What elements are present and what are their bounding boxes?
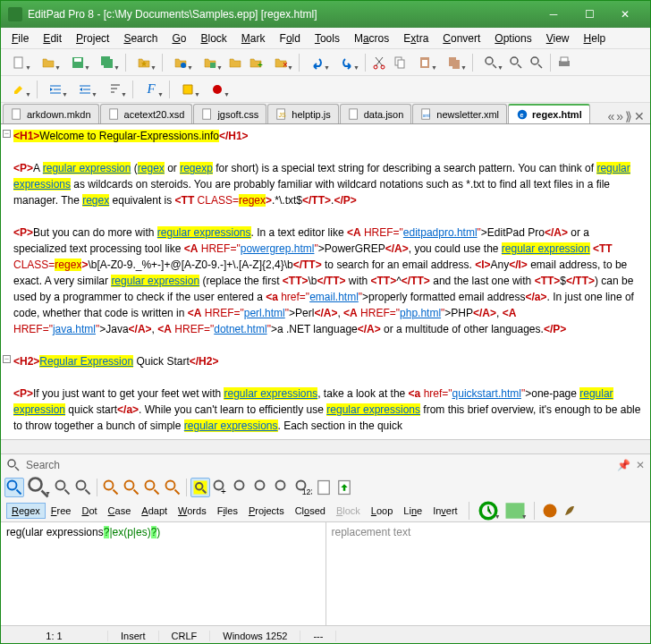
replace-all-button[interactable]	[163, 478, 182, 497]
find-next-button[interactable]	[506, 53, 526, 72]
replace-input[interactable]: replacement text	[326, 522, 651, 625]
save-button[interactable]: ▼	[63, 53, 92, 72]
regex-input[interactable]: reg(ular expressions?|ex(p|es)?)	[1, 522, 326, 625]
replace-next-button[interactable]	[122, 478, 141, 497]
menu-view[interactable]: View	[539, 30, 577, 47]
opt-invert[interactable]: Invert	[427, 503, 463, 519]
fold-toggle-2[interactable]: −	[3, 355, 11, 363]
print-button[interactable]	[554, 53, 574, 72]
opt-projects[interactable]: Projects	[243, 503, 290, 519]
status-mode[interactable]: Insert	[108, 631, 159, 641]
tab-markdown[interactable]: arkdown.mkdn	[3, 104, 99, 123]
editor-area[interactable]: − <H1>Welcome to Regular-Expressions.inf…	[1, 124, 650, 439]
opt-dot[interactable]: Dot	[76, 503, 102, 519]
opt-words[interactable]: Words	[173, 503, 212, 519]
replace-prev-button[interactable]	[142, 478, 162, 497]
opt-files[interactable]: Files	[212, 503, 243, 519]
sort-button[interactable]: ▼	[100, 80, 129, 99]
menu-help[interactable]: Help	[577, 30, 613, 47]
cut-button[interactable]	[369, 53, 389, 72]
menu-macros[interactable]: Macros	[347, 30, 396, 47]
find-button[interactable]: ▼	[477, 53, 505, 72]
tab-last-icon[interactable]: ⟫	[625, 109, 632, 123]
indent-button[interactable]: ▼	[41, 80, 70, 99]
regexmagic-button[interactable]	[560, 501, 579, 521]
saveall-button[interactable]: ▼	[93, 53, 122, 72]
pin-icon[interactable]: 📌	[617, 459, 630, 471]
horizontal-scrollbar[interactable]	[1, 439, 650, 453]
outdent-button[interactable]: ▼	[71, 80, 99, 99]
count-button[interactable]: +	[211, 478, 231, 497]
close-search-icon[interactable]: ✕	[636, 459, 645, 471]
tab-xml[interactable]: xmlnewsletter.xml	[412, 104, 507, 123]
tab-next-icon[interactable]: »	[616, 109, 623, 123]
clip-button[interactable]: ▼	[440, 53, 469, 72]
highlight-button[interactable]: ▼	[4, 80, 33, 99]
opt-regex[interactable]: Regex	[6, 503, 46, 519]
new-button[interactable]: ▼	[4, 53, 33, 72]
tab-regex[interactable]: eregex.html	[508, 104, 590, 123]
close-button[interactable]: ✕	[607, 2, 643, 27]
undo-button[interactable]: ▼	[303, 53, 332, 72]
menu-mark[interactable]: Mark	[234, 30, 273, 47]
opt-adapt[interactable]: Adapt	[136, 503, 173, 519]
instant-button[interactable]	[273, 478, 292, 497]
menu-go[interactable]: Go	[165, 30, 193, 47]
tab-xsd[interactable]: acetext20.xsd	[100, 104, 193, 123]
opt-closed[interactable]: Closed	[290, 503, 331, 519]
regexbuddy-button[interactable]	[540, 501, 560, 521]
redo-button[interactable]: ▼	[333, 53, 361, 72]
favorites-button[interactable]: ▼	[130, 53, 158, 72]
search-next-button[interactable]: ▼	[25, 478, 52, 497]
history-button[interactable]: ▼	[475, 501, 502, 521]
menu-options[interactable]: Options	[487, 30, 538, 47]
opt-loop[interactable]: Loop	[366, 503, 398, 519]
menu-extra[interactable]: Extra	[396, 30, 435, 47]
font-button[interactable]: F▼	[137, 80, 165, 99]
highlight-matches-button[interactable]	[190, 478, 210, 497]
project-add-button[interactable]: +	[246, 53, 266, 72]
count-all-button[interactable]: 123	[293, 478, 313, 497]
copy-button[interactable]	[390, 53, 410, 72]
project-open-button[interactable]: ▼	[166, 53, 195, 72]
tab-prev-icon[interactable]: «	[607, 109, 614, 123]
opt-case[interactable]: Case	[103, 503, 137, 519]
project-close-button[interactable]: ×▼	[266, 53, 295, 72]
opt-line[interactable]: Line	[398, 503, 427, 519]
tab-close-icon[interactable]: ✕	[634, 109, 645, 123]
tool1-button[interactable]: ▼	[173, 80, 202, 99]
opt-free[interactable]: Free	[46, 503, 77, 519]
search-find-button[interactable]	[4, 478, 24, 497]
menu-fold[interactable]: Fold	[273, 30, 308, 47]
tool2-button[interactable]: ▼	[203, 80, 232, 99]
maximize-button[interactable]: ☐	[571, 2, 607, 27]
project-manage-button[interactable]	[225, 53, 245, 72]
status-eol[interactable]: CRLF	[159, 631, 211, 641]
favorites-search-button[interactable]: ▼	[502, 501, 528, 521]
menu-block[interactable]: Block	[194, 30, 234, 47]
tab-js[interactable]: JShelptip.js	[267, 104, 338, 123]
fold-toggle[interactable]: −	[3, 130, 11, 138]
menu-tools[interactable]: Tools	[308, 30, 347, 47]
menu-convert[interactable]: Convert	[435, 30, 487, 47]
tab-json[interactable]: data.json	[340, 104, 412, 123]
menu-project[interactable]: Project	[69, 30, 116, 47]
search-prev-button[interactable]	[53, 478, 72, 497]
open-button[interactable]: ▼	[34, 53, 63, 72]
menu-search[interactable]: Search	[116, 30, 165, 47]
export-button[interactable]	[334, 478, 354, 497]
replace-button[interactable]	[101, 478, 121, 497]
find-prev-button[interactable]	[527, 53, 546, 72]
menu-edit[interactable]: Edit	[36, 30, 69, 47]
tab-css[interactable]: jgsoft.css	[193, 104, 266, 123]
svg-point-19	[511, 57, 518, 64]
copy-matches-button[interactable]	[252, 478, 272, 497]
minimize-button[interactable]: ─	[536, 2, 571, 27]
status-encoding[interactable]: Windows 1252	[210, 631, 300, 641]
project-save-button[interactable]: ▼	[196, 53, 224, 72]
fold-matches-button[interactable]	[232, 478, 251, 497]
menu-file[interactable]: File	[4, 30, 36, 47]
search-all-button[interactable]	[73, 478, 93, 497]
paste-button[interactable]: ▼	[410, 53, 439, 72]
list-button[interactable]	[314, 478, 334, 497]
